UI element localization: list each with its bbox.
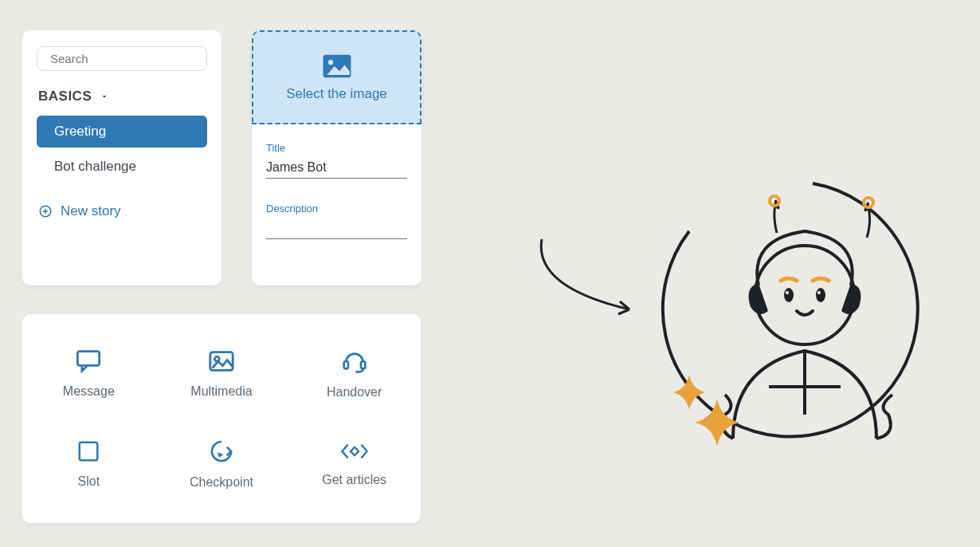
svg-point-17 (755, 246, 854, 344)
search-input[interactable] (50, 52, 202, 65)
title-label: Title (266, 142, 407, 154)
tray-slot[interactable]: Slot (22, 419, 155, 509)
svg-point-21 (817, 291, 821, 294)
get-articles-icon (340, 441, 369, 465)
svg-point-6 (327, 60, 332, 65)
tray-message[interactable]: Message (22, 329, 155, 419)
svg-rect-14 (351, 447, 359, 455)
detail-panel: Select the image Title Description (252, 30, 421, 285)
svg-point-18 (784, 288, 794, 302)
story-bot-challenge[interactable]: Bot challenge (37, 151, 207, 183)
svg-marker-13 (216, 452, 223, 458)
tray-label: Handover (327, 385, 382, 399)
tray-get-articles[interactable]: Get articles (288, 419, 421, 509)
new-story-button[interactable]: New story (37, 203, 207, 219)
story-label: Greeting (54, 124, 106, 139)
svg-point-20 (786, 291, 789, 294)
search-input-wrap[interactable] (37, 46, 207, 71)
image-icon (322, 53, 352, 80)
sidebar-panel: BASICS Greeting Bot challenge New story (22, 30, 221, 285)
category-label: BASICS (38, 89, 92, 104)
svg-rect-11 (361, 361, 365, 368)
svg-rect-10 (343, 361, 347, 368)
description-input[interactable] (266, 219, 407, 239)
multimedia-icon (208, 349, 235, 376)
bot-illustration (510, 144, 956, 494)
tray-handover[interactable]: Handover (288, 329, 421, 419)
handover-icon (341, 348, 368, 377)
category-basics[interactable]: BASICS (37, 89, 207, 104)
title-input[interactable] (266, 159, 407, 179)
description-label: Description (266, 203, 407, 214)
tray-checkpoint[interactable]: Checkpoint (155, 419, 288, 509)
tray-label: Get articles (322, 473, 386, 487)
checkpoint-icon (209, 439, 234, 467)
message-icon (75, 349, 102, 376)
caret-down-icon (100, 92, 109, 101)
tray-label: Multimedia (190, 384, 252, 399)
story-label: Bot challenge (54, 159, 136, 174)
svg-rect-7 (78, 351, 100, 365)
select-image-label: Select the image (286, 86, 387, 102)
slot-icon (76, 439, 100, 466)
svg-rect-12 (80, 442, 98, 460)
new-story-label: New story (61, 203, 121, 219)
detail-body: Title Description (252, 124, 421, 263)
tray-label: Checkpoint (190, 475, 253, 490)
tray-multimedia[interactable]: Multimedia (155, 329, 288, 419)
story-greeting[interactable]: Greeting (37, 116, 207, 148)
tray-label: Message (63, 384, 115, 399)
svg-point-19 (816, 288, 825, 302)
component-tray: Message Multimedia Handover Slot Checkpo… (22, 314, 421, 523)
select-image-dropzone[interactable]: Select the image (252, 30, 421, 124)
tray-label: Slot (78, 474, 100, 489)
plus-circle-icon (38, 204, 53, 218)
